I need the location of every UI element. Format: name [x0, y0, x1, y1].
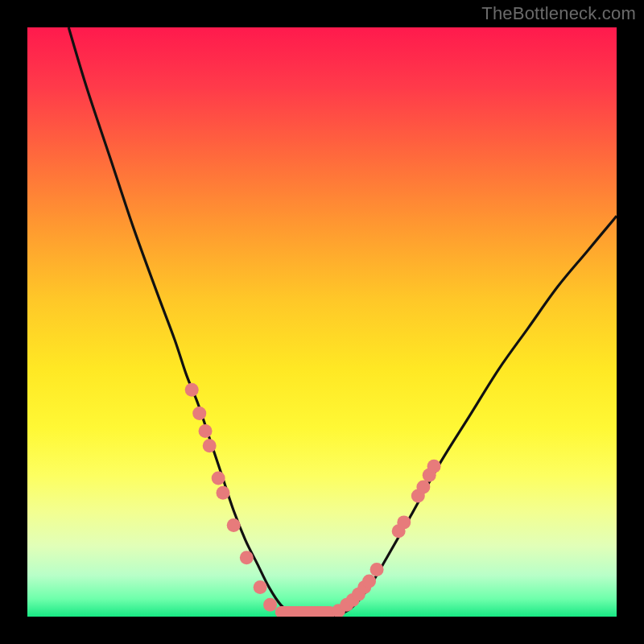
watermark-text: TheBottleneck.com [481, 3, 636, 24]
marker-dot-left [212, 471, 225, 485]
marker-dot-left [192, 407, 206, 420]
plot-area [27, 27, 617, 617]
marker-dot-right [362, 575, 376, 588]
marker-dot-left [240, 551, 254, 564]
marker-dot-left [254, 580, 267, 594]
marker-dot-left [185, 383, 199, 397]
marker-dot-left [217, 486, 230, 500]
marker-dot-left [199, 424, 213, 438]
marker-dot-left [263, 598, 277, 612]
marker-dot-left [227, 518, 241, 532]
marker-dot-right [397, 515, 411, 529]
plateau-marker [275, 606, 336, 617]
marker-dot-right [427, 460, 441, 473]
bottleneck-curve [68, 27, 617, 617]
chart-svg [27, 27, 617, 617]
chart-frame: TheBottleneck.com [0, 0, 644, 644]
marker-dot-right [416, 480, 430, 493]
marker-dot-left [203, 439, 217, 452]
marker-dot-right [370, 563, 384, 576]
